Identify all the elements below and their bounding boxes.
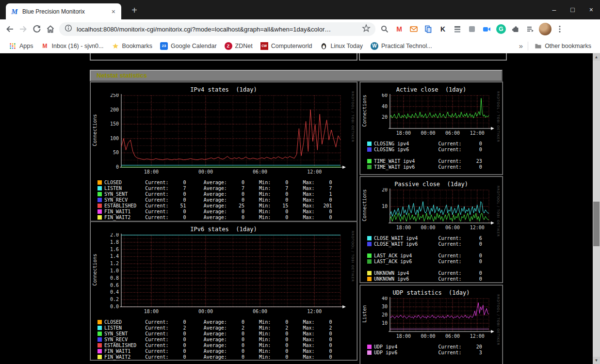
legend-row: LISTEN Current: 7 Average: 7 Min: 7 Max:… [97, 186, 357, 191]
tab-title: Blue Precision Monitorix [22, 8, 107, 15]
bookmark-inbox[interactable]: M Inbox (16) - sjvn0... [37, 40, 108, 52]
home-button[interactable] [44, 22, 57, 36]
extensions-puzzle-icon[interactable] [508, 22, 523, 36]
legend-row: SYN_SENT Current: 0 Average: 0 Min: 0 Ma… [97, 331, 357, 337]
browser-tab[interactable]: M Blue Precision Monitorix × [6, 3, 121, 19]
svg-text:0.4: 0.4 [110, 289, 119, 295]
svg-text:0: 0 [116, 164, 119, 170]
svg-text:06:00: 06:00 [445, 225, 460, 230]
svg-text:0.6: 0.6 [110, 283, 119, 288]
svg-text:06:00: 06:00 [445, 130, 460, 136]
passive-close-plot: 18:0000:0006:0012:001020 [362, 188, 498, 233]
zdnet-icon: Z [225, 42, 232, 50]
profile-avatar[interactable] [539, 23, 551, 35]
bookmark-bookmarks[interactable]: Bookmarks [108, 40, 157, 52]
svg-text:150: 150 [110, 121, 119, 127]
copy-pages-extension-icon[interactable] [421, 22, 436, 36]
reload-icon [32, 24, 42, 34]
bookmark-star-icon[interactable] [362, 24, 371, 34]
box-extension-icon[interactable] [465, 22, 479, 36]
page-scrollbar[interactable]: ▲ ▼ [593, 53, 600, 364]
bookmark-google-calendar[interactable]: 23 Google Calendar [156, 40, 221, 52]
back-arrow-icon [5, 24, 15, 34]
envelope-extension-icon[interactable] [406, 22, 421, 36]
bookmark-linux-today[interactable]: Linux Today [316, 40, 367, 52]
new-tab-button[interactable]: + [128, 4, 141, 17]
legend-row: UNKNOWN ipv4 Current: 0 [367, 270, 502, 276]
tab-close-icon[interactable]: × [111, 8, 116, 16]
legend-swatch [97, 343, 102, 348]
scroll-down-arrow[interactable]: ▼ [593, 357, 600, 364]
legend-row: UDP ipv6 Current: 3 [367, 350, 502, 356]
svg-text:06:00: 06:00 [253, 309, 267, 314]
bookmark-practical-technology[interactable]: W Practical Technol... [367, 40, 436, 52]
legend-swatch [97, 349, 102, 353]
bookmark-label: Inbox (16) - sjvn0... [52, 43, 104, 49]
bookmark-computerworld[interactable]: CW Computerworld [257, 40, 316, 52]
bookmark-label: ZDNet [235, 43, 253, 49]
ipv6-states-plot: 18:0000:0006:0012:000.00.20.40.60.81.01.… [92, 233, 354, 317]
playlist-extension-icon[interactable] [523, 22, 537, 36]
legend-swatch [367, 277, 372, 281]
camera-extension-icon[interactable] [479, 22, 494, 36]
legend-text: FIN_WAIT1 Current: 0 Average: 0 Min: 0 M… [104, 209, 332, 214]
legend-text: SYN_RECV Current: 0 Average: 0 Min: 0 Ma… [104, 197, 332, 203]
reload-button[interactable] [30, 22, 44, 36]
bookmark-label: Other bookmarks [545, 43, 591, 49]
legend-swatch [97, 192, 102, 196]
svg-text:12:00: 12:00 [470, 130, 485, 136]
legend-swatch [367, 147, 372, 152]
maximize-button[interactable]: □ [570, 6, 574, 14]
svg-text:200: 200 [110, 107, 119, 112]
legend-swatch [97, 180, 102, 185]
other-bookmarks[interactable]: Other bookmarks [530, 40, 595, 52]
legend-text: LAST_ACK ipv4 Current: 0 [374, 253, 482, 258]
calendar-icon: 23 [160, 42, 168, 50]
search-extension-icon[interactable] [377, 22, 392, 36]
legend-swatch [97, 332, 102, 336]
bookmarks-overflow-chevron[interactable]: » [516, 42, 526, 50]
legend-row: CLOSE_WAIT ipv6 Current: 0 [367, 241, 502, 247]
apps-grid-icon [9, 42, 16, 50]
legend-row: CLOSED Current: 0 Average: 0 Min: 0 Max:… [97, 319, 357, 325]
svg-text:00:00: 00:00 [421, 130, 435, 136]
bookmark-label: Apps [19, 43, 33, 49]
browser-menu-button[interactable] [553, 22, 567, 36]
svg-text:0.2: 0.2 [110, 297, 119, 302]
close-window-button[interactable]: × [589, 6, 593, 14]
bookmark-label: Linux Today [330, 43, 363, 49]
grammarly-extension-icon[interactable]: G [494, 22, 508, 36]
forward-button[interactable] [16, 22, 30, 36]
url-text[interactable]: localhost:8080/monitorix-cgi/monitorix.c… [77, 26, 358, 33]
browser-toolbar: localhost:8080/monitorix-cgi/monitorix.c… [0, 19, 600, 39]
legend-row: ESTABLISHED Current: 51 Average: 25 Min:… [97, 203, 357, 209]
scroll-up-arrow[interactable]: ▲ [593, 53, 600, 61]
minimize-button[interactable]: – [552, 6, 556, 14]
legend-text: UDP ipv6 Current: 3 [374, 350, 482, 355]
forward-arrow-icon [18, 24, 28, 34]
apps-shortcut[interactable]: Apps [5, 40, 37, 52]
legend-text: CLOSING ipv6 Current: 0 [374, 147, 482, 152]
legend-text: TIME_WAIT ipv6 Current: 0 [374, 164, 482, 170]
scrollbar-thumb[interactable] [593, 202, 600, 246]
svg-text:18:00: 18:00 [396, 225, 411, 230]
svg-text:0.8: 0.8 [110, 275, 119, 281]
svg-text:100: 100 [110, 136, 119, 141]
site-info-icon[interactable] [64, 24, 73, 34]
bookmark-zdnet[interactable]: Z ZDNet [221, 40, 257, 52]
active-close-ylabel: Connections [362, 94, 367, 128]
svg-text:0.0: 0.0 [110, 304, 119, 309]
svg-text:06:00: 06:00 [445, 333, 460, 339]
legend-text: UNKNOWN ipv6 Current: 0 [374, 276, 482, 282]
udp-statistics-legend: UDP ipv4 Current: 20UDP ipv6 Current: 3 [367, 344, 502, 356]
legend-row: CLOSING ipv6 Current: 0 [367, 147, 502, 153]
legend-row: FIN_WAIT2 Current: 0 Average: 0 Min: 0 M… [97, 215, 357, 221]
legend-text: SYN_SENT Current: 0 Average: 0 Min: 0 Ma… [104, 191, 332, 197]
back-button[interactable] [3, 22, 16, 36]
gmail-extension-icon[interactable]: M [392, 22, 406, 36]
legend-swatch [367, 165, 372, 169]
stack-extension-icon[interactable] [450, 22, 465, 36]
legend-text: CLOSED Current: 0 Average: 0 Min: 0 Max:… [104, 180, 332, 185]
url-bar[interactable]: localhost:8080/monitorix-cgi/monitorix.c… [59, 22, 375, 36]
keep-extension-icon[interactable]: K [436, 22, 450, 36]
